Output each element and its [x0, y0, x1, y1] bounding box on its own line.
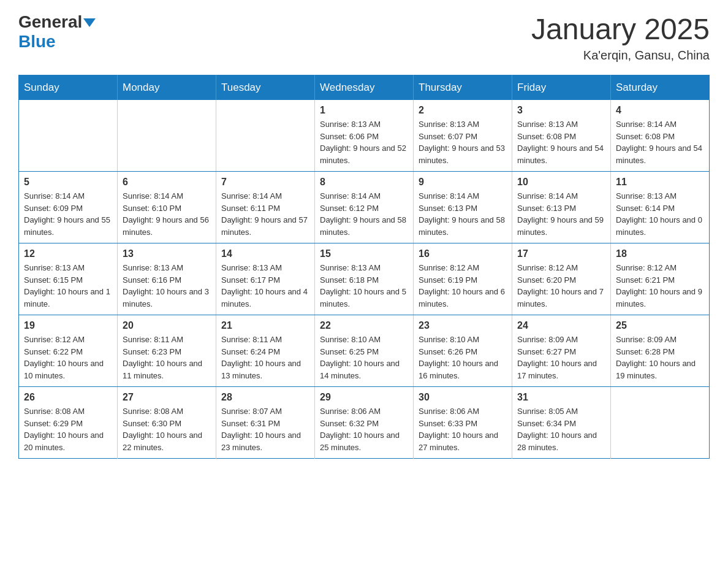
day-info: Sunrise: 8:12 AMSunset: 6:20 PMDaylight:…: [517, 262, 605, 310]
day-info: Sunrise: 8:14 AMSunset: 6:08 PMDaylight:…: [616, 118, 704, 166]
calendar-cell: 7Sunrise: 8:14 AMSunset: 6:11 PMDaylight…: [216, 172, 315, 243]
logo: General Blue: [18, 12, 96, 52]
day-number: 22: [320, 320, 408, 331]
day-info: Sunrise: 8:14 AMSunset: 6:11 PMDaylight:…: [221, 190, 309, 238]
calendar-cell: 4Sunrise: 8:14 AMSunset: 6:08 PMDaylight…: [611, 100, 710, 172]
day-info: Sunrise: 8:11 AMSunset: 6:23 PMDaylight:…: [123, 334, 211, 381]
calendar-cell: 21Sunrise: 8:11 AMSunset: 6:24 PMDayligh…: [216, 315, 315, 387]
calendar-cell: [216, 100, 315, 172]
calendar-header-saturday: Saturday: [611, 75, 710, 101]
calendar-header-wednesday: Wednesday: [315, 75, 414, 101]
calendar-cell: 11Sunrise: 8:13 AMSunset: 6:14 PMDayligh…: [611, 172, 710, 243]
day-number: 15: [320, 248, 408, 259]
day-info: Sunrise: 8:12 AMSunset: 6:22 PMDaylight:…: [24, 334, 112, 381]
calendar-cell: 31Sunrise: 8:05 AMSunset: 6:34 PMDayligh…: [512, 387, 611, 459]
day-info: Sunrise: 8:14 AMSunset: 6:12 PMDaylight:…: [320, 190, 408, 238]
day-info: Sunrise: 8:14 AMSunset: 6:10 PMDaylight:…: [123, 190, 211, 238]
day-number: 1: [320, 105, 408, 116]
day-info: Sunrise: 8:14 AMSunset: 6:13 PMDaylight:…: [419, 190, 507, 238]
day-number: 3: [517, 105, 605, 116]
day-info: Sunrise: 8:05 AMSunset: 6:34 PMDaylight:…: [517, 405, 605, 453]
calendar-header-sunday: Sunday: [19, 75, 118, 101]
day-info: Sunrise: 8:08 AMSunset: 6:30 PMDaylight:…: [123, 405, 211, 453]
page-header: General Blue January 2025 Ka'erqin, Gans…: [18, 12, 710, 63]
day-number: 14: [221, 248, 309, 259]
calendar-cell: 18Sunrise: 8:12 AMSunset: 6:21 PMDayligh…: [611, 243, 710, 315]
calendar-cell: 12Sunrise: 8:13 AMSunset: 6:15 PMDayligh…: [19, 243, 118, 315]
location: Ka'erqin, Gansu, China: [531, 48, 710, 63]
calendar-cell: 14Sunrise: 8:13 AMSunset: 6:17 PMDayligh…: [216, 243, 315, 315]
day-number: 23: [419, 320, 507, 331]
day-info: Sunrise: 8:09 AMSunset: 6:28 PMDaylight:…: [616, 334, 704, 381]
calendar-header-tuesday: Tuesday: [216, 75, 315, 101]
logo-blue-text: Blue: [18, 32, 56, 51]
month-title: January 2025: [531, 12, 710, 46]
day-info: Sunrise: 8:11 AMSunset: 6:24 PMDaylight:…: [221, 334, 309, 381]
day-info: Sunrise: 8:10 AMSunset: 6:26 PMDaylight:…: [419, 334, 507, 381]
title-section: January 2025 Ka'erqin, Gansu, China: [531, 12, 710, 63]
calendar-cell: 25Sunrise: 8:09 AMSunset: 6:28 PMDayligh…: [611, 315, 710, 387]
calendar-header-monday: Monday: [118, 75, 216, 101]
calendar-cell: 1Sunrise: 8:13 AMSunset: 6:06 PMDaylight…: [315, 100, 414, 172]
day-number: 31: [517, 392, 605, 403]
day-number: 21: [221, 320, 309, 331]
calendar-week-row-3: 19Sunrise: 8:12 AMSunset: 6:22 PMDayligh…: [19, 315, 710, 387]
calendar-cell: 5Sunrise: 8:14 AMSunset: 6:09 PMDaylight…: [19, 172, 118, 243]
day-number: 20: [123, 320, 211, 331]
calendar-cell: 19Sunrise: 8:12 AMSunset: 6:22 PMDayligh…: [19, 315, 118, 387]
calendar-cell: 9Sunrise: 8:14 AMSunset: 6:13 PMDaylight…: [414, 172, 512, 243]
day-number: 4: [616, 105, 704, 116]
day-info: Sunrise: 8:13 AMSunset: 6:08 PMDaylight:…: [517, 118, 605, 166]
calendar-cell: 2Sunrise: 8:13 AMSunset: 6:07 PMDaylight…: [414, 100, 512, 172]
calendar-cell: 22Sunrise: 8:10 AMSunset: 6:25 PMDayligh…: [315, 315, 414, 387]
day-number: 16: [419, 248, 507, 259]
calendar-cell: [19, 100, 118, 172]
calendar-cell: 24Sunrise: 8:09 AMSunset: 6:27 PMDayligh…: [512, 315, 611, 387]
day-info: Sunrise: 8:14 AMSunset: 6:09 PMDaylight:…: [24, 190, 112, 238]
day-number: 18: [616, 248, 704, 259]
calendar-cell: 13Sunrise: 8:13 AMSunset: 6:16 PMDayligh…: [118, 243, 216, 315]
calendar-cell: 23Sunrise: 8:10 AMSunset: 6:26 PMDayligh…: [414, 315, 512, 387]
day-info: Sunrise: 8:12 AMSunset: 6:19 PMDaylight:…: [419, 262, 507, 310]
logo-arrow-icon: [83, 18, 96, 27]
day-number: 7: [221, 177, 309, 188]
calendar-week-row-4: 26Sunrise: 8:08 AMSunset: 6:29 PMDayligh…: [19, 387, 710, 459]
day-number: 11: [616, 177, 704, 188]
calendar-week-row-0: 1Sunrise: 8:13 AMSunset: 6:06 PMDaylight…: [19, 100, 710, 172]
day-info: Sunrise: 8:08 AMSunset: 6:29 PMDaylight:…: [24, 405, 112, 453]
day-number: 5: [24, 177, 112, 188]
calendar-header-friday: Friday: [512, 75, 611, 101]
calendar-cell: [118, 100, 216, 172]
calendar-cell: 15Sunrise: 8:13 AMSunset: 6:18 PMDayligh…: [315, 243, 414, 315]
calendar-table: SundayMondayTuesdayWednesdayThursdayFrid…: [18, 75, 710, 459]
day-number: 9: [419, 177, 507, 188]
day-info: Sunrise: 8:13 AMSunset: 6:16 PMDaylight:…: [123, 262, 211, 310]
calendar-cell: 30Sunrise: 8:06 AMSunset: 6:33 PMDayligh…: [414, 387, 512, 459]
day-number: 12: [24, 248, 112, 259]
day-info: Sunrise: 8:14 AMSunset: 6:13 PMDaylight:…: [517, 190, 605, 238]
day-info: Sunrise: 8:13 AMSunset: 6:06 PMDaylight:…: [320, 118, 408, 166]
day-info: Sunrise: 8:06 AMSunset: 6:33 PMDaylight:…: [419, 405, 507, 453]
day-number: 28: [221, 392, 309, 403]
day-number: 6: [123, 177, 211, 188]
day-number: 30: [419, 392, 507, 403]
logo-general-text: General: [18, 12, 82, 32]
day-info: Sunrise: 8:13 AMSunset: 6:17 PMDaylight:…: [221, 262, 309, 310]
day-info: Sunrise: 8:13 AMSunset: 6:14 PMDaylight:…: [616, 190, 704, 238]
day-info: Sunrise: 8:13 AMSunset: 6:18 PMDaylight:…: [320, 262, 408, 310]
day-info: Sunrise: 8:13 AMSunset: 6:15 PMDaylight:…: [24, 262, 112, 310]
calendar-cell: 27Sunrise: 8:08 AMSunset: 6:30 PMDayligh…: [118, 387, 216, 459]
calendar-cell: 29Sunrise: 8:06 AMSunset: 6:32 PMDayligh…: [315, 387, 414, 459]
calendar-cell: 8Sunrise: 8:14 AMSunset: 6:12 PMDaylight…: [315, 172, 414, 243]
calendar-cell: 6Sunrise: 8:14 AMSunset: 6:10 PMDaylight…: [118, 172, 216, 243]
day-number: 17: [517, 248, 605, 259]
calendar-header-thursday: Thursday: [414, 75, 512, 101]
calendar-cell: [611, 387, 710, 459]
day-info: Sunrise: 8:13 AMSunset: 6:07 PMDaylight:…: [419, 118, 507, 166]
day-info: Sunrise: 8:10 AMSunset: 6:25 PMDaylight:…: [320, 334, 408, 381]
day-info: Sunrise: 8:06 AMSunset: 6:32 PMDaylight:…: [320, 405, 408, 453]
calendar-cell: 16Sunrise: 8:12 AMSunset: 6:19 PMDayligh…: [414, 243, 512, 315]
day-number: 24: [517, 320, 605, 331]
day-info: Sunrise: 8:07 AMSunset: 6:31 PMDaylight:…: [221, 405, 309, 453]
calendar-cell: 28Sunrise: 8:07 AMSunset: 6:31 PMDayligh…: [216, 387, 315, 459]
